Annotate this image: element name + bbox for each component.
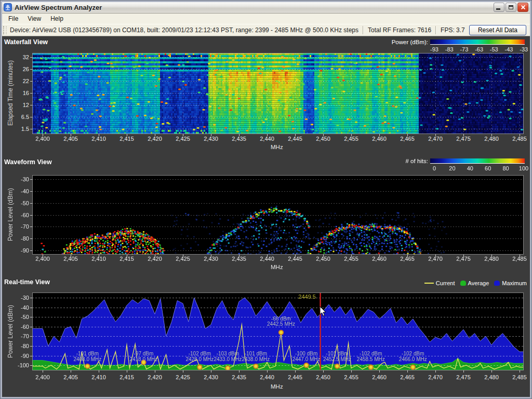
y-tick-label: -50 bbox=[9, 200, 29, 206]
x-tick-label: 2,400 bbox=[35, 256, 50, 262]
maximize-icon bbox=[509, 5, 513, 9]
annotation-frequency: 2418.0 MHz bbox=[129, 357, 157, 363]
y-tick-label: -100 bbox=[9, 362, 29, 368]
current-line-icon bbox=[424, 283, 434, 284]
x-tick-label: 2,440 bbox=[260, 374, 274, 380]
x-tick-label: 2,470 bbox=[428, 374, 443, 380]
menu-item-file[interactable]: File bbox=[4, 14, 23, 23]
reset-all-data-button[interactable]: Reset All Data bbox=[469, 25, 526, 35]
x-tick-mark bbox=[267, 370, 268, 373]
title-bar[interactable]: AirView Spectrum Analyzer bbox=[2, 2, 530, 14]
x-tick-label: 2,465 bbox=[400, 136, 415, 142]
x-tick-label: 2,445 bbox=[288, 374, 302, 380]
annotation-frequency: 2438.0 MHz bbox=[242, 357, 270, 363]
menu-item-view[interactable]: View bbox=[23, 14, 46, 23]
hits-legend-tick: 100 bbox=[519, 165, 528, 171]
power-legend-tick: -63 bbox=[475, 46, 483, 52]
y-tick-label: 12 bbox=[9, 102, 29, 108]
toolbar-separator bbox=[435, 26, 436, 34]
x-tick-label: 2,445 bbox=[288, 136, 302, 142]
y-tick-label: -70 bbox=[9, 223, 29, 230]
y-tick-mark bbox=[30, 93, 32, 94]
close-button[interactable] bbox=[517, 3, 528, 12]
annotation-frequency: 2458.5 MHz bbox=[357, 357, 385, 363]
menu-item-help[interactable]: Help bbox=[46, 14, 68, 23]
x-tick-label: 2,480 bbox=[484, 374, 499, 380]
window-title: AirView Spectrum Analyzer bbox=[15, 4, 494, 11]
y-tick-mark bbox=[30, 365, 32, 366]
y-tick-label: 26 bbox=[9, 66, 29, 72]
toolbar-grip-icon bbox=[3, 26, 7, 34]
menu-bar: File View Help bbox=[2, 14, 530, 24]
peak-annotation: -101 dBm2408.0 MHz bbox=[73, 351, 101, 362]
x-tick-label: 2,435 bbox=[232, 136, 246, 142]
realtime-y-axis-title: Power Level (dBm) bbox=[7, 274, 14, 389]
y-tick-mark bbox=[30, 191, 32, 192]
y-tick-mark bbox=[30, 250, 32, 251]
x-tick-mark bbox=[407, 370, 408, 373]
power-legend-tick: -73 bbox=[460, 46, 468, 52]
x-tick-label: 2,485 bbox=[512, 256, 527, 262]
y-tick-mark bbox=[30, 57, 32, 58]
x-tick-label: 2,465 bbox=[400, 374, 415, 380]
hits-legend-tick: 80 bbox=[502, 165, 509, 171]
y-tick-mark bbox=[30, 308, 32, 308]
y-tick-label: -60 bbox=[9, 324, 29, 330]
legend-item-average: Average bbox=[460, 280, 489, 286]
realtime-legend: Current Average Maximum bbox=[424, 280, 527, 286]
x-tick-label: 2,435 bbox=[232, 256, 246, 262]
x-tick-label: 2,475 bbox=[456, 256, 471, 262]
x-tick-label: 2,435 bbox=[232, 374, 246, 380]
y-tick-mark bbox=[30, 336, 32, 337]
x-tick-label: 2,470 bbox=[428, 136, 443, 142]
hits-legend-gradient bbox=[430, 158, 525, 164]
peak-annotation: -103 dBm2433.0 MHz bbox=[214, 351, 242, 362]
y-tick-mark bbox=[30, 179, 32, 180]
y-tick-mark bbox=[30, 238, 32, 239]
status-toolbar: Device: AirView2 USB (0123456789) on COM… bbox=[2, 24, 530, 36]
cursor-frequency-label: 2449.5 bbox=[270, 294, 316, 300]
x-tick-mark bbox=[463, 370, 464, 373]
x-tick-label: 2,420 bbox=[148, 374, 162, 380]
x-tick-label: 2,455 bbox=[344, 374, 358, 380]
peak-annotation: -102 dBm2458.5 MHz bbox=[357, 351, 385, 362]
y-tick-mark bbox=[30, 356, 32, 356]
annotation-frequency: 2408.0 MHz bbox=[73, 357, 101, 363]
y-tick-label: -30 bbox=[9, 176, 29, 182]
x-tick-label: 2,440 bbox=[260, 136, 274, 142]
y-tick-label: -50 bbox=[9, 314, 29, 320]
x-tick-mark bbox=[351, 370, 352, 373]
peak-annotation: -101 dBm2452.5 MHz bbox=[323, 351, 351, 362]
x-tick-mark bbox=[71, 370, 71, 373]
annotation-power: -101 dBm bbox=[242, 351, 270, 357]
annotation-frequency: 2428.0 MHz bbox=[185, 357, 214, 363]
total-rf-frames: Total RF Frames: 7616 bbox=[368, 26, 431, 34]
peak-annotation: -100 dBm2447.0 MHz bbox=[292, 351, 321, 362]
x-tick-label: 2,455 bbox=[344, 136, 358, 142]
peak-annotation: -102 dBm2466.0 MHz bbox=[399, 351, 427, 362]
y-tick-mark bbox=[30, 317, 32, 317]
waterfall-plot bbox=[32, 53, 524, 134]
y-tick-label: -40 bbox=[9, 304, 29, 311]
y-tick-mark bbox=[30, 227, 32, 227]
y-tick-label: 22 bbox=[9, 78, 29, 84]
x-tick-label: 2,450 bbox=[316, 136, 330, 142]
average-fill-icon bbox=[460, 281, 466, 286]
x-tick-label: 2,410 bbox=[91, 374, 106, 380]
y-tick-mark bbox=[30, 81, 32, 82]
x-tick-label: 2,475 bbox=[456, 136, 471, 142]
x-tick-mark bbox=[295, 370, 296, 373]
legend-item-maximum: Maximum bbox=[494, 280, 527, 286]
close-icon bbox=[521, 5, 526, 10]
x-tick-mark bbox=[211, 370, 211, 373]
hits-legend-label: # of hits: bbox=[366, 158, 428, 164]
x-tick-label: 2,415 bbox=[119, 256, 134, 262]
x-tick-label: 2,470 bbox=[428, 256, 443, 262]
realtime-plot[interactable] bbox=[32, 292, 524, 370]
y-tick-mark bbox=[30, 105, 32, 105]
maximize-button[interactable] bbox=[506, 3, 516, 12]
x-tick-label: 2,420 bbox=[148, 136, 162, 142]
minimize-button[interactable] bbox=[494, 3, 504, 12]
mouse-cursor bbox=[320, 306, 327, 317]
annotation-frequency: 2466.0 MHz bbox=[399, 357, 427, 363]
